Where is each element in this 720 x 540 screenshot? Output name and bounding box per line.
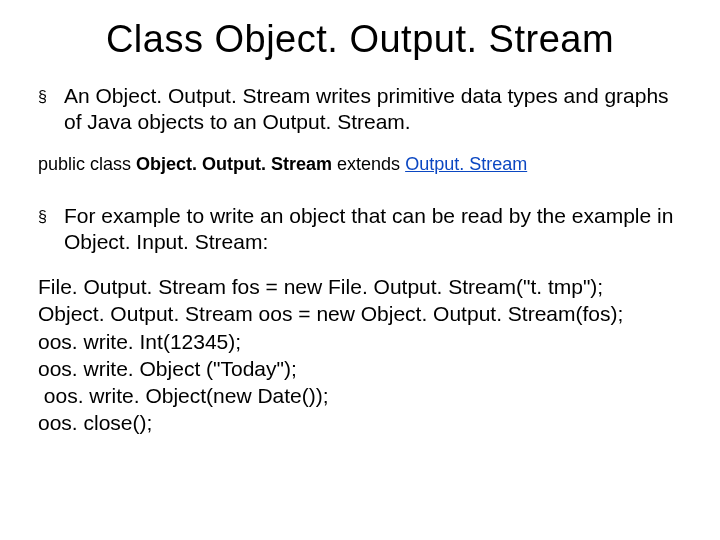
decl-classname: Object. Output. Stream — [136, 154, 332, 174]
class-declaration: public class Object. Output. Stream exte… — [38, 154, 682, 175]
code-line: oos. write. Object(new Date()); — [38, 382, 682, 409]
section-sign-icon: § — [38, 203, 64, 227]
code-line: oos. close(); — [38, 409, 682, 436]
bullet-item-2: § For example to write an object that ca… — [38, 203, 682, 256]
code-line: File. Output. Stream fos = new File. Out… — [38, 273, 682, 300]
code-line: oos. write. Object ("Today"); — [38, 355, 682, 382]
bullet-text-1: An Object. Output. Stream writes primiti… — [64, 83, 682, 136]
bullet-text-2: For example to write an object that can … — [64, 203, 682, 256]
decl-prefix: public class — [38, 154, 136, 174]
decl-parent-link[interactable]: Output. Stream — [405, 154, 527, 174]
bullet-item-1: § An Object. Output. Stream writes primi… — [38, 83, 682, 136]
code-line: Object. Output. Stream oos = new Object.… — [38, 300, 682, 327]
section-sign-icon: § — [38, 83, 64, 107]
slide-title: Class Object. Output. Stream — [38, 18, 682, 61]
code-line: oos. write. Int(12345); — [38, 328, 682, 355]
code-example: File. Output. Stream fos = new File. Out… — [38, 273, 682, 437]
decl-extends: extends — [332, 154, 405, 174]
